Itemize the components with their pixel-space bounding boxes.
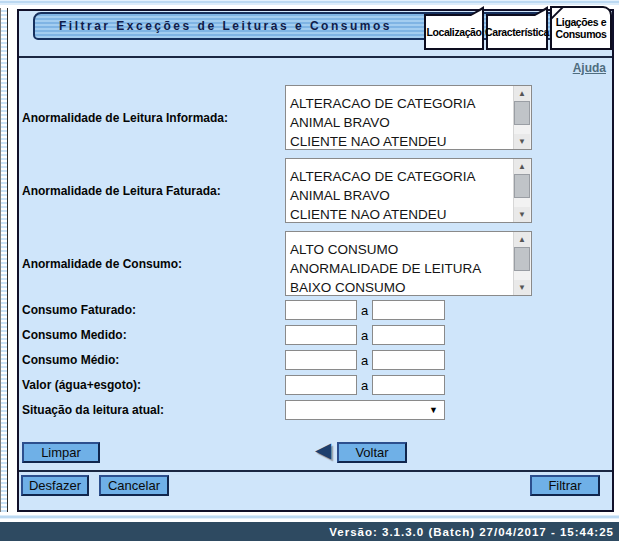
field-row-anormalidade-consumo: Anormalidade de Consumo: ALTO CONSUMOANO… (19, 231, 612, 296)
listbox-options: ALTERACAO DE CATEGORIAANIMAL BRAVOCLIENT… (286, 86, 513, 149)
leitura-faturada-label: Anormalidade de Leitura Faturada: (22, 184, 221, 198)
left-decoration-strip (0, 8, 8, 512)
anormalidade-consumo-listbox[interactable]: ALTO CONSUMOANORMALIDADE DE LEITURABAIXO… (285, 231, 532, 296)
field-row-leitura-informada: Anormalidade de Leitura Informada: ALTER… (19, 85, 612, 150)
page: Filtrar Exceções de Leituras e Consumos … (0, 0, 619, 541)
valor-agua-esgoto-from-input[interactable] (285, 375, 357, 395)
listbox-option[interactable]: CLIENTE NAO ATENDEU (290, 205, 513, 222)
range-separator: a (361, 378, 368, 393)
desfazer-button[interactable]: Desfazer (21, 475, 89, 496)
tab-localizacao[interactable]: Localização (424, 14, 484, 50)
valor-agua-esgoto-label: Valor (água+esgoto): (22, 378, 141, 392)
listbox-option[interactable]: ALTERACAO DE CATEGORIA (290, 94, 513, 113)
bottom-decoration-strip (0, 515, 619, 519)
listbox-option[interactable]: ANIMAL BRAVO (290, 186, 513, 205)
main-panel: Filtrar Exceções de Leituras e Consumos … (17, 9, 614, 512)
listbox-option[interactable]: ANIMAL BRAVO (290, 113, 513, 132)
scroll-thumb[interactable] (514, 247, 530, 271)
anormalidade-consumo-label: Anormalidade de Consumo: (22, 257, 182, 271)
field-row-consumo-medio: Consumo Médio: a (19, 350, 612, 370)
tab-ligacoes-e-consumos-label: Ligações e Consumos (552, 16, 610, 40)
cancelar-button[interactable]: Cancelar (99, 475, 169, 496)
consumo-medio-label: Consumo Médio: (22, 353, 119, 367)
back-arrow-icon[interactable]: ◀ (315, 439, 331, 461)
situacao-leitura-select[interactable]: ▼ (285, 400, 445, 420)
listbox-options: ALTERACAO DE CATEGORIAANIMAL BRAVOCLIENT… (286, 159, 513, 222)
leitura-informada-listbox[interactable]: ALTERACAO DE CATEGORIAANIMAL BRAVOCLIENT… (285, 85, 532, 150)
filtrar-button[interactable]: Filtrar (530, 475, 600, 496)
voltar-button[interactable]: Voltar (337, 442, 407, 463)
scrollbar[interactable]: ▲ ▼ (513, 159, 531, 222)
help-link[interactable]: Ajuda (573, 61, 606, 75)
tab-caracteristica-label: Característica (485, 26, 549, 38)
limpar-button[interactable]: Limpar (22, 442, 100, 463)
listbox-option[interactable]: CLIENTE NAO ATENDEU (290, 132, 513, 149)
listbox-option[interactable]: ALTERACAO DE CATEGORIA (290, 167, 513, 186)
scrollbar[interactable]: ▲ ▼ (513, 232, 531, 295)
field-row-consumo-faturado: Consumo Faturado: a (19, 300, 612, 320)
top-decoration-strip (0, 0, 619, 5)
field-row-valor-agua-esgoto: Valor (água+esgoto): a (19, 375, 612, 395)
range-separator: a (361, 328, 368, 343)
scroll-up-icon[interactable]: ▲ (514, 86, 530, 101)
scroll-up-icon[interactable]: ▲ (514, 232, 530, 247)
consumo-medido-to-input[interactable] (372, 325, 445, 345)
select-dropdown-icon: ▼ (429, 405, 444, 415)
scroll-thumb[interactable] (514, 101, 530, 125)
tab-caracteristica[interactable]: Característica (486, 14, 548, 50)
page-title: Filtrar Exceções de Leituras e Consumos (35, 19, 392, 33)
valor-agua-esgoto-to-input[interactable] (372, 375, 445, 395)
field-row-leitura-faturada: Anormalidade de Leitura Faturada: ALTERA… (19, 158, 612, 223)
listbox-options: ALTO CONSUMOANORMALIDADE DE LEITURABAIXO… (286, 232, 513, 295)
leitura-informada-label: Anormalidade de Leitura Informada: (22, 111, 228, 125)
consumo-medido-label: Consumo Medido: (22, 328, 127, 342)
scroll-thumb[interactable] (514, 174, 530, 198)
scrollbar[interactable]: ▲ ▼ (513, 86, 531, 149)
consumo-faturado-label: Consumo Faturado: (22, 303, 136, 317)
consumo-medido-from-input[interactable] (285, 325, 357, 345)
status-bar: Versão: 3.1.3.0 (Batch) 27/04/2017 - 15:… (0, 522, 619, 541)
consumo-faturado-from-input[interactable] (285, 300, 357, 320)
listbox-option[interactable]: ALTO CONSUMO (290, 240, 513, 259)
scroll-up-icon[interactable]: ▲ (514, 159, 530, 174)
listbox-option[interactable]: ANORMALIDADE DE LEITURA (290, 259, 513, 278)
tab-ligacoes-e-consumos[interactable]: Ligações e Consumos (550, 6, 612, 50)
listbox-option[interactable]: BAIXO CONSUMO (290, 278, 513, 295)
range-separator: a (361, 303, 368, 318)
tab-localizacao-label: Localização (426, 26, 481, 38)
consumo-medio-to-input[interactable] (372, 350, 445, 370)
scroll-down-icon[interactable]: ▼ (514, 134, 530, 149)
header-divider (19, 56, 612, 58)
range-separator: a (361, 353, 368, 368)
version-text: Versão: 3.1.3.0 (Batch) 27/04/2017 - 15:… (329, 526, 619, 538)
situacao-leitura-label: Situação da leitura atual: (22, 403, 164, 417)
scroll-down-icon[interactable]: ▼ (514, 280, 530, 295)
consumo-faturado-to-input[interactable] (372, 300, 445, 320)
field-row-situacao-leitura: Situação da leitura atual: ▼ (19, 400, 612, 420)
footer-divider (19, 470, 612, 472)
scroll-down-icon[interactable]: ▼ (514, 207, 530, 222)
field-row-consumo-medido: Consumo Medido: a (19, 325, 612, 345)
consumo-medio-from-input[interactable] (285, 350, 357, 370)
leitura-faturada-listbox[interactable]: ALTERACAO DE CATEGORIAANIMAL BRAVOCLIENT… (285, 158, 532, 223)
